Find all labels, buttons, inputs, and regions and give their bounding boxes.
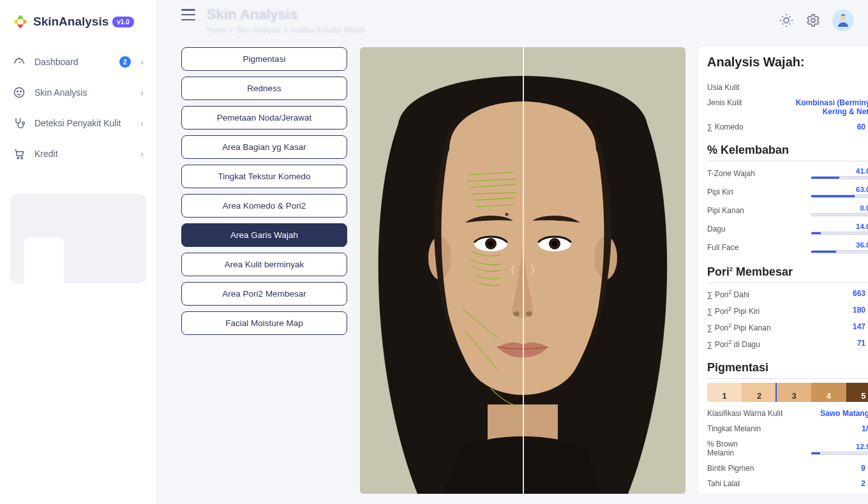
sidebar-item-label: Kredit [34, 149, 58, 159]
pigment-swatch[interactable]: 5 [846, 383, 868, 402]
results-title: Analysis Wajah: [707, 55, 868, 70]
moisture-row: Dagu14.00% [707, 219, 868, 238]
svg-point-6 [784, 18, 789, 23]
filter-button[interactable]: Facial Moisture Map [181, 311, 347, 335]
progress-fill [811, 177, 839, 179]
theme-toggle-icon[interactable] [779, 13, 794, 28]
sidebar-nav: Dashboard 2 › Skin Analysis › Deteksi Pe… [6, 47, 150, 168]
sidebar-item-label: Deteksi Penyakit Kulit [34, 118, 121, 128]
row-label: ∑ Pori2 di Dagu [707, 339, 760, 349]
pores-row: ∑ Pori2 Dahi663 pcs [707, 286, 868, 302]
row-value: 1/100 [862, 424, 868, 433]
gauge-icon [13, 56, 26, 68]
filter-button[interactable]: Area Komedo & Pori2 [181, 194, 347, 218]
svg-point-14 [488, 241, 493, 246]
gear-icon[interactable] [805, 13, 821, 28]
pigment-row: Klasifikasi Warna KulitSawo Matang (3) [707, 406, 868, 421]
svg-point-19 [526, 311, 532, 316]
pores-row: ∑ Pori2 di Dagu71 pcs [707, 336, 868, 352]
chevron-right-icon: › [140, 57, 144, 67]
sidebar-item-skin-analysis[interactable]: Skin Analysis › [6, 78, 150, 107]
row-label: ∑ Komedo [707, 122, 744, 131]
row-label: T-Zone Wajah [707, 169, 765, 178]
user-avatar-icon [835, 13, 851, 28]
row-value: 60 pcs [857, 122, 868, 131]
svg-point-17 [552, 241, 557, 246]
row-label: ∑ Pori2 Pipi Kiri [707, 306, 760, 316]
version-badge: v1.0 [112, 17, 133, 27]
bar-wrap: 0.00% [771, 204, 868, 216]
row-label: Jenis Kulit [707, 98, 742, 107]
page-title: Skin Analysis [207, 6, 297, 23]
image-compare-viewer[interactable]: 〈 〉 [360, 47, 685, 494]
topbar: Skin Analysis Home > Skin Analysis > Ana… [157, 0, 868, 47]
pigment-extra-row: Tahi Lalat2 pcs [707, 476, 868, 491]
progress-bar [811, 195, 868, 198]
row-value: 2 pcs [861, 479, 868, 488]
menu-toggle-icon[interactable] [181, 9, 195, 20]
section-heading-pores: Pori2 Membesar [707, 265, 868, 283]
row-label: Klasifikasi Warna Kulit [707, 409, 782, 418]
row-label: Dagu [707, 225, 765, 233]
section-heading-moisture: % Kelembaban [707, 144, 868, 161]
row-value: 663 pcs [853, 289, 868, 298]
flower-logo-icon [11, 13, 29, 31]
filter-button[interactable]: Redness [181, 77, 347, 100]
filter-button[interactable]: Pemetaan Noda/Jerawat [181, 106, 347, 130]
pigment-swatch[interactable]: 4 [811, 383, 846, 402]
pigment-swatch[interactable]: 3 [777, 383, 811, 402]
row-value: 63.00% [856, 186, 868, 193]
bar-wrap: 63.00% [771, 186, 868, 198]
row-label: ∑ Pori2 Dahi [707, 289, 749, 299]
svg-point-5 [21, 157, 23, 159]
bar-wrap: 41.00% [771, 167, 868, 179]
pigment-swatch[interactable]: 2 [742, 383, 776, 402]
content-grid: PigmentasiRednessPemetaan Noda/JerawatAr… [157, 47, 868, 504]
progress-bar [811, 452, 868, 455]
filter-button[interactable]: Pigmentasi [181, 47, 347, 71]
moisture-row: Pipi Kanan0.00% [707, 201, 868, 219]
row-label: ∑ Pori2 Pipi Kanan [707, 322, 771, 332]
compare-handle[interactable]: 〈 〉 [504, 263, 541, 278]
svg-point-3 [22, 122, 24, 124]
row-value: 9 pcs [861, 464, 868, 473]
chevron-right-icon: › [140, 87, 144, 98]
row-label: Tingkat Melanin [707, 424, 761, 433]
face-icon [13, 86, 26, 99]
avatar[interactable] [832, 10, 854, 31]
brand-name: SkinAnalysis [33, 15, 108, 29]
row-value: 41.00% [856, 167, 868, 175]
moisture-row: T-Zone Wajah41.00% [707, 164, 868, 182]
sidebar-item-dashboard[interactable]: Dashboard 2 › [6, 47, 150, 77]
row-value: 0.00% [860, 204, 868, 212]
svg-point-18 [513, 311, 520, 316]
moisture-row: Pipi Kiri63.00% [707, 182, 868, 201]
row-value: 180 pcs [853, 306, 868, 315]
results-panel[interactable]: Analysis Wajah:Usia Kulit27Jenis KulitKo… [698, 47, 868, 494]
pigment-swatch[interactable]: 1 [707, 383, 742, 402]
melanin-row: % Brown Melanin12.90% [707, 436, 868, 461]
filter-button[interactable]: Area Bagian yg Kasar [181, 135, 347, 159]
filter-list: PigmentasiRednessPemetaan Noda/JerawatAr… [181, 47, 347, 494]
filter-button[interactable]: Area Garis Wajah [181, 223, 347, 247]
row-value: Sawo Matang (3) [820, 409, 868, 418]
sidebar-item-disease-detection[interactable]: Deteksi Penyakit Kulit › [6, 108, 150, 138]
breadcrumb: Home > Skin Analysis > Analisa Kondisi W… [207, 26, 365, 34]
progress-bar [811, 232, 868, 235]
filter-button[interactable]: Tingkat Tekstur Komedo [181, 165, 347, 188]
svg-point-8 [841, 15, 846, 20]
filter-button[interactable]: Area Kulit berminyak [181, 253, 347, 276]
chevron-right-icon: › [140, 149, 144, 159]
row-value: 71 pcs [857, 339, 868, 348]
overview-row: Usia Kulit27 [707, 80, 868, 95]
progress-bar [811, 250, 868, 253]
row-label: Full Face [707, 243, 765, 252]
chevron-left-icon: 〈 [504, 263, 516, 278]
overview-row: Jenis KulitKombinasi (Berminyak, Kering … [707, 95, 868, 119]
sidebar-item-credit[interactable]: Kredit › [6, 139, 150, 168]
filter-button[interactable]: Area Pori2 Membesar [181, 282, 347, 306]
bar-wrap: 14.00% [771, 223, 868, 235]
sidebar-badge: 2 [119, 56, 131, 68]
promo-card [10, 194, 146, 283]
cart-icon [13, 147, 26, 160]
